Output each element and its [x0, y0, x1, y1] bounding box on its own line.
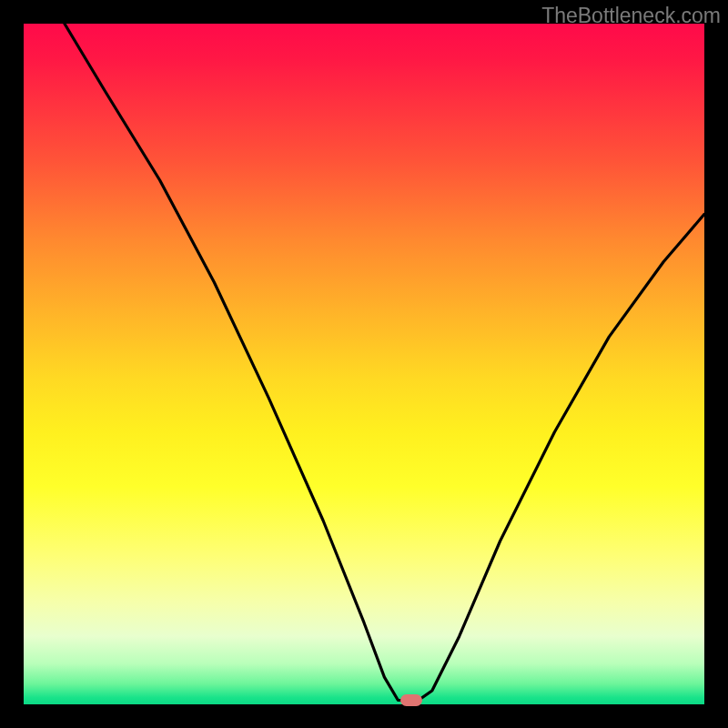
chart-plot-area	[24, 24, 704, 704]
bottleneck-curve	[24, 24, 704, 704]
watermark-text: TheBottleneck.com	[541, 4, 721, 28]
optimum-marker	[400, 694, 422, 706]
